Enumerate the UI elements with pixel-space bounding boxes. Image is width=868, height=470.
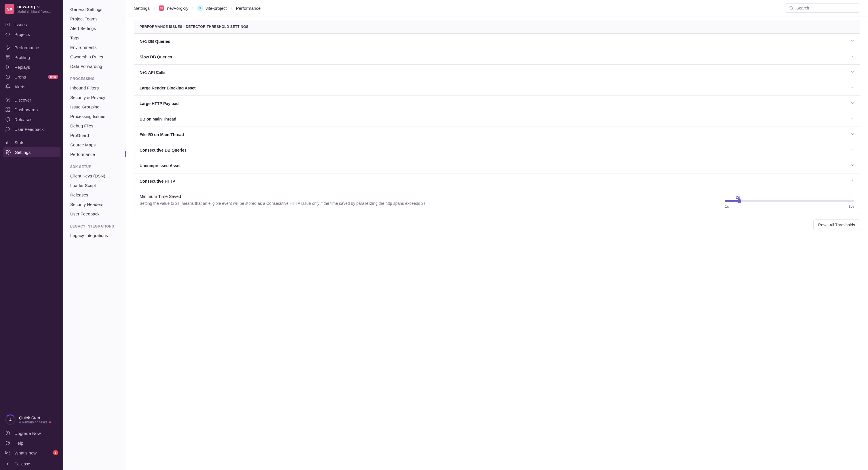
slider-min: 1s: [725, 204, 729, 208]
detector-row[interactable]: Large Render Blocking Asset: [134, 80, 860, 96]
slider-max: 10s: [848, 204, 855, 208]
detector-row[interactable]: Consecutive HTTP: [134, 173, 860, 189]
settings-nav-item[interactable]: Data Forwarding: [63, 62, 126, 71]
nav-label: Alerts: [14, 84, 25, 89]
nav-upgrade[interactable]: Upgrade Now: [0, 428, 63, 438]
slider-thumb[interactable]: [737, 199, 741, 203]
nav-profiling[interactable]: Profiling: [0, 52, 63, 62]
search-input[interactable]: [796, 6, 856, 10]
detector-title: Consecutive HTTP: [140, 179, 175, 183]
quick-start[interactable]: 4 Quick Start 4 Remaining tasks: [0, 411, 63, 428]
detector-title: Large Render Blocking Asset: [140, 86, 196, 90]
detector-row[interactable]: Slow DB Queries: [134, 49, 860, 65]
chevron-down-icon: [850, 70, 855, 75]
settings-nav-item[interactable]: Source Maps: [63, 140, 126, 149]
settings-nav-item[interactable]: Issue Grouping: [63, 102, 126, 111]
detector-row[interactable]: N+1 DB Queries: [134, 34, 860, 49]
nav-user-feedback[interactable]: User Feedback: [0, 124, 63, 134]
upgrade-icon: [5, 431, 10, 436]
nav-alerts[interactable]: Alerts: [0, 82, 63, 92]
profiling-icon: [5, 55, 10, 60]
svg-line-23: [792, 9, 794, 10]
nav-help[interactable]: Help: [0, 438, 63, 448]
settings-nav-item[interactable]: User Feedback: [63, 209, 126, 219]
settings-nav-item[interactable]: Security Headers: [63, 200, 126, 209]
svg-rect-9: [6, 108, 7, 109]
settings-nav-item[interactable]: Releases: [63, 190, 126, 200]
nav-label: Crons: [14, 74, 26, 79]
breadcrumb: Settings NX new-org-xy ⚛ vite-project Pe…: [134, 5, 261, 11]
nav-performance[interactable]: Performance: [0, 42, 63, 52]
detector-row[interactable]: File I/O on Main Thread: [134, 127, 860, 142]
settings-nav-item[interactable]: ProGuard: [63, 131, 126, 140]
settings-nav-item[interactable]: Tags: [63, 33, 126, 42]
beta-badge: beta: [48, 75, 58, 79]
chevron-down-icon: [850, 132, 855, 137]
search-box[interactable]: [785, 3, 860, 13]
reset-all-thresholds-button[interactable]: Reset All Thresholds: [813, 220, 860, 230]
slider-value: 2s: [621, 195, 855, 200]
detector-title: Slow DB Queries: [140, 55, 172, 59]
settings-nav-item[interactable]: Loader Script: [63, 181, 126, 190]
detector-title: DB on Main Thread: [140, 117, 177, 122]
nav-settings[interactable]: Settings: [3, 147, 60, 157]
svg-point-8: [7, 99, 9, 101]
nav-crons[interactable]: Crons beta: [0, 72, 63, 82]
settings-nav-item[interactable]: Debug Files: [63, 121, 126, 131]
crons-icon: [5, 74, 10, 79]
gear-icon: [6, 149, 11, 155]
detector-row[interactable]: Uncompressed Asset: [134, 158, 860, 173]
detector-row[interactable]: Consecutive DB Queries: [134, 142, 860, 158]
nav-stats[interactable]: Stats: [0, 137, 63, 147]
search-icon: [789, 5, 794, 11]
slider-track[interactable]: [725, 200, 855, 202]
settings-nav-item[interactable]: Client Keys (DSN): [63, 171, 126, 181]
crumb-project[interactable]: vite-project: [206, 6, 226, 11]
detector-row[interactable]: Large HTTP Payload: [134, 96, 860, 111]
settings-nav-item[interactable]: Legacy Integrations: [63, 231, 126, 240]
nav-label: Upgrade Now: [14, 431, 41, 436]
detector-title: N+1 API Calls: [140, 70, 165, 75]
nav-discover[interactable]: Discover: [0, 95, 63, 105]
nav-whats-new[interactable]: What's new 1: [0, 448, 63, 458]
settings-nav-item[interactable]: Alert Settings: [63, 24, 126, 33]
releases-icon: [5, 117, 10, 122]
chevron-down-icon: [850, 163, 855, 168]
minimum-time-slider[interactable]: 2s 1s 10s: [725, 194, 855, 208]
chevron-up-icon: [850, 179, 855, 183]
org-email: abdullah.khan@sen...: [17, 9, 51, 13]
org-switcher[interactable]: NX new-org abdullah.khan@sen...: [0, 0, 63, 18]
svg-rect-12: [8, 110, 10, 111]
svg-marker-6: [6, 65, 9, 69]
crumb-org[interactable]: new-org-xy: [167, 6, 188, 11]
nav-issues[interactable]: Issues: [0, 20, 63, 29]
org-badge-icon: NX: [159, 5, 164, 11]
detector-row[interactable]: DB on Main Thread: [134, 111, 860, 127]
nav-projects[interactable]: Projects: [0, 29, 63, 39]
crumb-settings[interactable]: Settings: [134, 6, 150, 11]
chevron-down-icon: [850, 116, 855, 122]
collapse-sidebar[interactable]: Collapse: [0, 458, 63, 470]
detector-row[interactable]: N+1 API Calls: [134, 65, 860, 80]
nav-dashboards[interactable]: Dashboards: [0, 105, 63, 114]
topbar: Settings NX new-org-xy ⚛ vite-project Pe…: [126, 0, 868, 16]
nav-releases[interactable]: Releases: [0, 114, 63, 124]
detector-title: Consecutive DB Queries: [140, 148, 186, 153]
settings-nav-item[interactable]: Environments: [63, 42, 126, 52]
crumb-page: Performance: [236, 6, 261, 11]
settings-nav-item[interactable]: General Settings: [63, 5, 126, 14]
nav-label: Projects: [14, 32, 30, 37]
settings-nav-item[interactable]: Processing Issues: [63, 111, 126, 121]
nav-replays[interactable]: Replays: [0, 62, 63, 72]
quick-start-title: Quick Start: [19, 415, 51, 420]
settings-nav-item[interactable]: Inbound Filters: [63, 83, 126, 93]
settings-nav-item[interactable]: Security & Privacy: [63, 93, 126, 102]
chevron-right-icon: [153, 6, 156, 11]
chevron-left-icon: [5, 461, 10, 467]
settings-nav-item[interactable]: Ownership Rules: [63, 52, 126, 62]
svg-rect-4: [6, 58, 9, 59]
user-feedback-icon: [5, 127, 10, 132]
settings-nav-item[interactable]: Project Teams: [63, 14, 126, 24]
nav-label: Profiling: [14, 55, 30, 60]
settings-nav-item[interactable]: Performance: [63, 149, 126, 159]
